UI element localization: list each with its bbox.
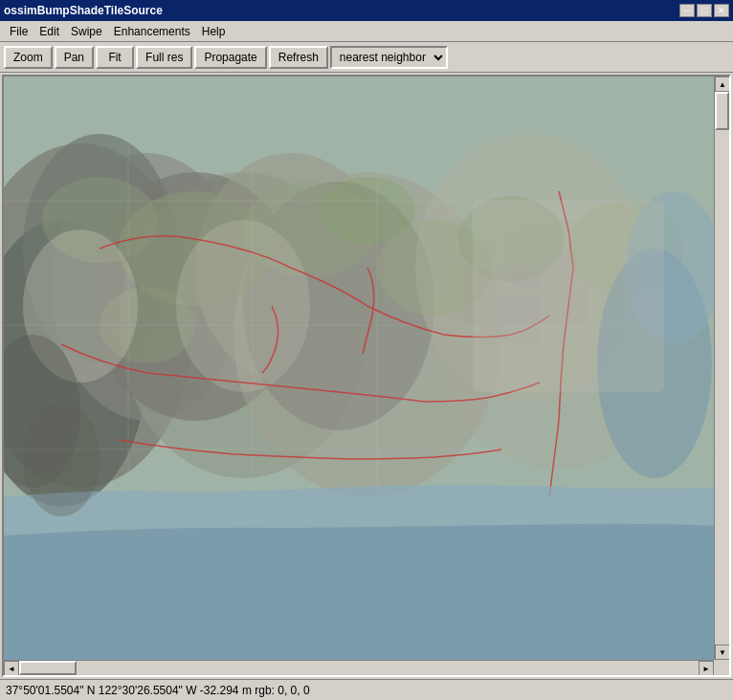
window-title: ossimBumpShadeTileSource [4, 4, 163, 17]
maximize-button[interactable]: □ [697, 4, 712, 17]
refresh-button[interactable]: Refresh [269, 46, 328, 69]
interpolation-select[interactable]: nearest neighbor bilinear cubic [330, 46, 448, 69]
svg-point-23 [176, 220, 310, 392]
scroll-track-vertical[interactable] [715, 92, 729, 645]
fit-button[interactable]: Fit [96, 46, 134, 69]
scroll-down-button[interactable]: ▼ [715, 645, 730, 660]
map-container[interactable]: ▲ ▼ ◄ ► [2, 75, 731, 677]
scroll-thumb-horizontal[interactable] [19, 661, 77, 675]
vertical-scrollbar[interactable]: ▲ ▼ [714, 77, 729, 660]
svg-point-41 [23, 402, 100, 516]
map-view [4, 77, 714, 660]
scroll-right-button[interactable]: ► [699, 661, 714, 676]
minimize-button[interactable]: ─ [679, 4, 695, 17]
pan-button[interactable]: Pan [55, 46, 94, 69]
full-res-button[interactable]: Full res [136, 46, 192, 69]
window-controls: ─ □ ✕ [679, 4, 729, 17]
toolbar: Zoom Pan Fit Full res Propagate Refresh … [0, 42, 733, 73]
scroll-left-button[interactable]: ◄ [4, 661, 19, 676]
horizontal-scrollbar[interactable]: ◄ ► [4, 660, 714, 675]
svg-rect-39 [473, 201, 664, 392]
menu-enhancements[interactable]: Enhancements [108, 23, 196, 40]
propagate-button[interactable]: Propagate [194, 46, 266, 69]
scroll-up-button[interactable]: ▲ [715, 77, 730, 92]
title-bar: ossimBumpShadeTileSource ─ □ ✕ [0, 0, 733, 21]
coordinates-text: 37°50'01.5504" N 122°30'26.5504" W -32.2… [6, 684, 310, 697]
zoom-button[interactable]: Zoom [4, 46, 53, 69]
menu-help[interactable]: Help [196, 23, 232, 40]
menu-file[interactable]: File [4, 23, 33, 40]
scroll-track-horizontal[interactable] [19, 661, 699, 675]
status-bar: 37°50'01.5504" N 122°30'26.5504" W -32.2… [0, 679, 733, 700]
scroll-corner [714, 660, 729, 675]
menu-swipe[interactable]: Swipe [65, 23, 108, 40]
main-area: ▲ ▼ ◄ ► [0, 73, 733, 679]
close-button[interactable]: ✕ [714, 4, 729, 17]
svg-point-19 [320, 177, 415, 244]
menu-bar: File Edit Swipe Enhancements Help [0, 21, 733, 42]
scroll-thumb-vertical[interactable] [715, 92, 729, 130]
menu-edit[interactable]: Edit [33, 23, 65, 40]
